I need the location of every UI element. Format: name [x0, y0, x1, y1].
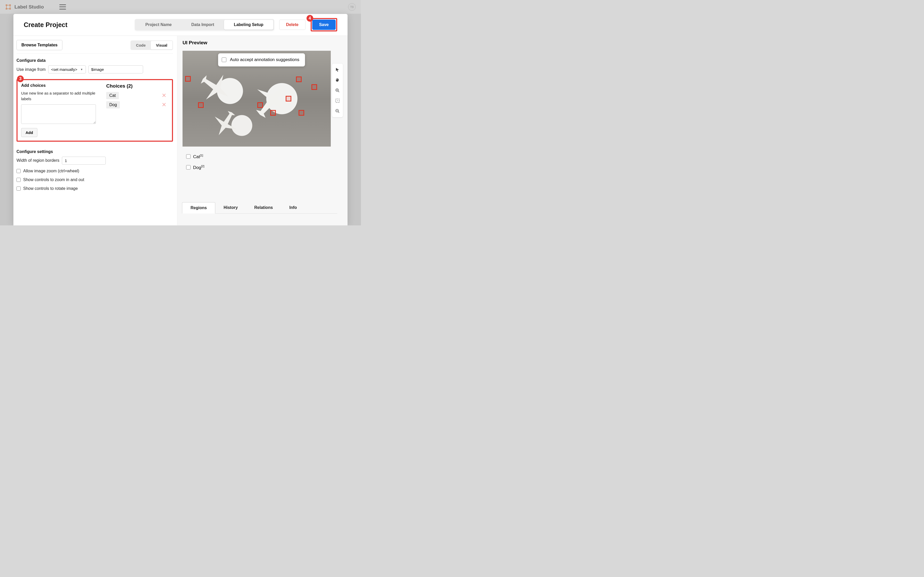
choice-row: Cat ✕	[106, 92, 168, 99]
zoom-out-icon[interactable]	[333, 106, 342, 116]
choices-count-header: Choices (2)	[106, 83, 168, 89]
annotation-box[interactable]	[312, 84, 317, 90]
show-zoom-controls-row: Show controls to zoom in and out	[16, 177, 173, 182]
choice-chip: Dog	[106, 101, 120, 108]
image-from-select[interactable]: <set manually> ▼	[48, 65, 86, 73]
border-width-input[interactable]	[62, 156, 106, 164]
auto-accept-card: Auto accept annotation suggestions	[218, 53, 305, 66]
modal-title: Create Project	[24, 21, 68, 29]
ui-preview-title: UI Preview	[183, 40, 347, 45]
modal-body: Browse Templates Code Visual Configure d…	[13, 36, 347, 226]
svg-line-9	[338, 91, 339, 92]
toggle-code[interactable]: Code	[131, 41, 151, 50]
step-tabs: Project Name Data Import Labeling Setup	[135, 19, 274, 31]
tab-relations[interactable]: Relations	[246, 202, 281, 213]
preview-choice-label: Cat[1]	[193, 154, 203, 160]
tab-info[interactable]: Info	[281, 202, 305, 213]
callout-4: 4	[307, 15, 313, 22]
save-button[interactable]: Save	[312, 19, 336, 30]
add-choices-col: Add choices Use new line as a separator …	[21, 83, 96, 137]
annotation-box[interactable]	[296, 76, 302, 82]
hand-icon[interactable]	[333, 75, 342, 85]
add-choice-button[interactable]: Add	[21, 128, 37, 137]
choices-list-col: Choices (2) Cat ✕ Dog ✕	[106, 83, 168, 137]
choice-row: Dog ✕	[106, 101, 168, 108]
preview-choice-list: Cat[1] Dog[2]	[186, 154, 347, 170]
auto-accept-checkbox[interactable]	[222, 58, 226, 62]
tab-history[interactable]: History	[215, 202, 246, 213]
right-pane: UI Preview Auto ac	[177, 36, 347, 226]
choice-chip: Cat	[106, 92, 119, 99]
modal-header: Create Project Project Name Data Import …	[13, 14, 347, 36]
callout-3: 3	[17, 76, 24, 82]
pointer-icon[interactable]	[333, 64, 342, 75]
browse-templates-button[interactable]: Browse Templates	[16, 40, 62, 50]
configure-data-header: Configure data	[16, 58, 173, 63]
svg-line-15	[338, 111, 339, 113]
preview-tabs: Regions History Relations Info	[182, 202, 337, 214]
settings-section: Configure settings Width of region borde…	[16, 150, 173, 191]
preview-choice-label: Dog[2]	[193, 164, 204, 170]
close-icon[interactable]: ✕	[160, 92, 168, 99]
allow-zoom-checkbox[interactable]	[16, 169, 21, 173]
tab-regions[interactable]: Regions	[182, 202, 215, 214]
code-visual-toggle: Code Visual	[131, 40, 173, 50]
show-rotate-controls-row: Show controls to rotate image	[16, 186, 173, 191]
tab-labeling-setup[interactable]: Labeling Setup	[224, 20, 273, 30]
use-image-from-label: Use image from	[16, 67, 46, 72]
zoom-in-icon[interactable]	[333, 85, 342, 95]
close-icon[interactable]: ✕	[160, 102, 168, 108]
show-zoom-controls-checkbox[interactable]	[16, 178, 21, 182]
image-var-input[interactable]	[89, 65, 143, 73]
border-width-row: Width of region borders	[16, 156, 173, 164]
create-project-modal: Create Project Project Name Data Import …	[13, 14, 347, 226]
show-rotate-controls-checkbox[interactable]	[16, 187, 21, 191]
tool-column	[332, 64, 343, 117]
preview-choice-row: Cat[1]	[186, 154, 347, 160]
add-choices-title: Add choices	[21, 83, 96, 88]
add-choices-hint: Use new line as a separator to add multi…	[21, 90, 96, 102]
left-topline: Browse Templates Code Visual	[16, 40, 173, 50]
preview-choice-checkbox[interactable]	[186, 154, 191, 159]
left-pane: Browse Templates Code Visual Configure d…	[13, 36, 177, 226]
delete-button[interactable]: Delete	[279, 19, 305, 30]
image-from-row: Use image from <set manually> ▼	[16, 65, 173, 73]
allow-zoom-row: Allow image zoom (ctrl+wheel)	[16, 169, 173, 173]
chevron-down-icon: ▼	[81, 68, 83, 71]
save-highlight: 4 Save	[311, 18, 337, 31]
show-zoom-controls-label: Show controls to zoom in and out	[23, 177, 84, 182]
fit-icon[interactable]	[333, 95, 342, 106]
annotation-box[interactable]	[185, 76, 191, 82]
configure-settings-header: Configure settings	[16, 150, 173, 154]
tab-data-import[interactable]: Data Import	[181, 20, 224, 30]
auto-accept-label: Auto accept annotation suggestions	[230, 57, 299, 63]
border-width-label: Width of region borders	[16, 158, 59, 163]
toggle-visual[interactable]: Visual	[151, 41, 173, 50]
show-rotate-controls-label: Show controls to rotate image	[23, 186, 78, 191]
svg-point-13	[337, 100, 338, 101]
preview-choice-row: Dog[2]	[186, 164, 347, 170]
preview-image[interactable]: Auto accept annotation suggestions	[183, 51, 331, 147]
allow-zoom-label: Allow image zoom (ctrl+wheel)	[23, 169, 79, 173]
choices-highlight: 3 Add choices Use new line as a separato…	[16, 79, 173, 142]
choices-textarea[interactable]	[21, 104, 96, 124]
select-value: <set manually>	[51, 67, 78, 72]
tab-project-name[interactable]: Project Name	[136, 20, 181, 30]
preview-choice-checkbox[interactable]	[186, 165, 191, 169]
